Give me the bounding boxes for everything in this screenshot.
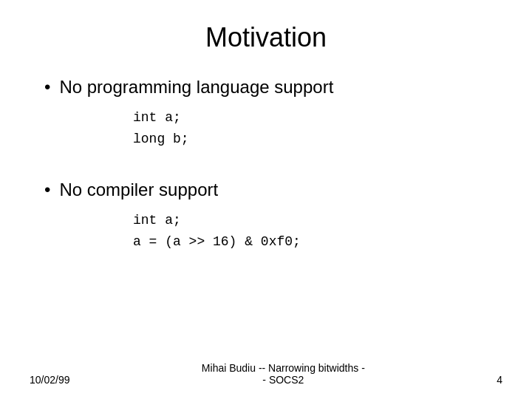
- code-line-2-1: int a;: [133, 210, 488, 231]
- bullet-section-1: • No programming language support int a;…: [44, 75, 488, 165]
- bullet-text-2: No compiler support: [59, 178, 218, 201]
- slide: Motivation • No programming language sup…: [0, 0, 532, 399]
- footer-date: 10/02/99: [30, 374, 70, 386]
- footer-page: 4: [497, 374, 502, 386]
- slide-title: Motivation: [44, 22, 488, 53]
- bullet-dot-1: •: [44, 75, 50, 98]
- code-line-1-2: long b;: [133, 129, 488, 150]
- footer-title-line1: Mihai Budiu -- Narrowing bitwidths -: [202, 362, 365, 374]
- bullet-section-2: • No compiler support int a; a = (a >> 1…: [44, 178, 488, 267]
- code-block-1: int a; long b;: [133, 107, 488, 150]
- footer-title: Mihai Budiu -- Narrowing bitwidths - - S…: [202, 362, 365, 386]
- bullet-item-2: • No compiler support: [44, 178, 488, 201]
- bullet-dot-2: •: [44, 178, 50, 201]
- bullet-item-1: • No programming language support: [44, 75, 488, 98]
- code-line-1-1: int a;: [133, 107, 488, 129]
- bullet-text-1: No programming language support: [59, 75, 333, 98]
- footer: 10/02/99 Mihai Budiu -- Narrowing bitwid…: [0, 362, 532, 386]
- code-line-2-2: a = (a >> 16) & 0xf0;: [133, 231, 488, 253]
- footer-title-line2: - SOCS2: [202, 374, 365, 386]
- code-block-2: int a; a = (a >> 16) & 0xf0;: [133, 210, 488, 253]
